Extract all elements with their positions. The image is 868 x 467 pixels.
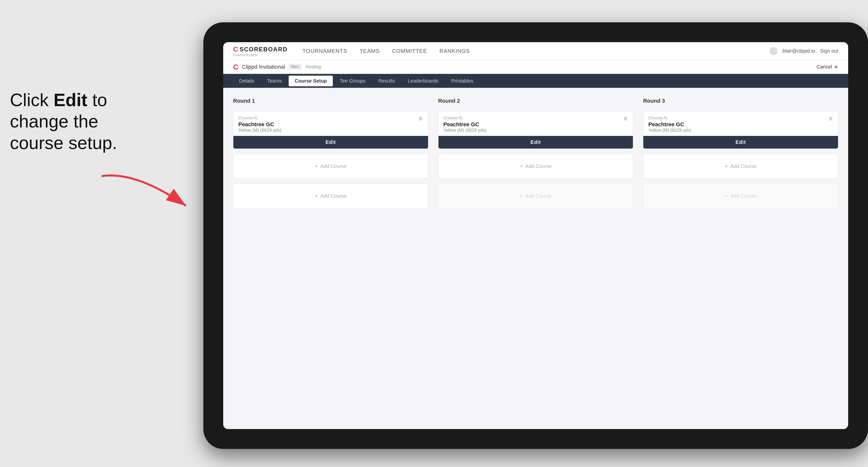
tab-details[interactable]: Details (233, 75, 260, 86)
round-2-title: Round 2 (438, 98, 633, 104)
round-2-course-card: (Course A) Peachtree GC Yellow (M) (6629… (438, 111, 633, 149)
event-logo-icon: C (233, 63, 239, 71)
round-3-course-card: (Course A) Peachtree GC Yellow (M) (6629… (643, 111, 838, 149)
round-1-add-label-2: Add Course (320, 193, 347, 199)
nav-tournaments[interactable]: TOURNAMENTS (303, 48, 347, 54)
cancel-button[interactable]: Cancel ✕ (817, 64, 838, 70)
round-1-course-card: (Course A) Peachtree GC Yellow (M) (6629… (233, 111, 428, 149)
nav-rankings[interactable]: RANKINGS (439, 48, 470, 54)
round-3-course-detail: Yellow (M) (6629 yds) (648, 128, 833, 133)
nav-committee[interactable]: COMMITTEE (392, 48, 427, 54)
round-1-course-header: (Course A) Peachtree GC Yellow (M) (6629… (234, 111, 428, 136)
tab-printables[interactable]: Printables (445, 75, 479, 86)
round-2-add-label-1: Add Course (526, 163, 552, 169)
tab-leaderboards[interactable]: Leaderboards (402, 75, 444, 86)
nav-teams[interactable]: TEAMS (360, 48, 380, 54)
plus-icon-1: + (315, 163, 318, 169)
round-3-column: Round 3 (Course A) Peachtree GC Yellow (… (643, 98, 838, 208)
round-2-column: Round 2 (Course A) Peachtree GC Yellow (… (438, 98, 633, 208)
plus-icon-3: + (520, 163, 523, 169)
round-2-edit-button[interactable]: Edit (438, 136, 633, 149)
user-email: blair@clippd.io (782, 48, 815, 54)
round-3-edit-button[interactable]: Edit (643, 136, 838, 149)
round-3-title: Round 3 (643, 98, 838, 104)
round-2-course-detail: Yellow (M) (6629 yds) (443, 128, 628, 133)
cancel-label: Cancel (817, 64, 832, 70)
round-1-course-name: Peachtree GC (238, 121, 423, 128)
plus-icon-4: + (520, 193, 523, 199)
logo-area: C SCOREBOARD Powered by clippd (233, 45, 288, 57)
round-1-add-course-2[interactable]: + Add Course (233, 184, 428, 208)
top-nav: C SCOREBOARD Powered by clippd TOURNAMEN… (223, 42, 848, 60)
round-1-add-course-1[interactable]: + Add Course (233, 154, 428, 179)
round-2-add-label-2: Add Course (526, 193, 552, 199)
round-1-column: Round 1 (Course A) Peachtree GC Yellow (… (233, 98, 428, 208)
round-3-delete-button[interactable]: 🗑 (827, 115, 835, 122)
round-1-delete-button[interactable]: 🗑 (417, 115, 425, 122)
nav-links: TOURNAMENTS TEAMS COMMITTEE RANKINGS (303, 48, 770, 54)
plus-icon-5: + (725, 163, 728, 169)
tablet-frame: C SCOREBOARD Powered by clippd TOURNAMEN… (204, 22, 868, 449)
plus-icon-2: + (315, 193, 318, 199)
round-3-add-course-2: + Add Course (643, 184, 838, 208)
tab-results[interactable]: Results (372, 75, 401, 86)
round-2-add-course-2: + Add Course (438, 184, 633, 208)
round-1-course-label: (Course A) (238, 116, 423, 120)
logo-text: SCOREBOARD (240, 46, 287, 53)
round-2-course-header: (Course A) Peachtree GC Yellow (M) (6629… (438, 111, 633, 136)
round-3-course-header: (Course A) Peachtree GC Yellow (M) (6629… (643, 111, 838, 136)
round-2-add-course-1[interactable]: + Add Course (438, 154, 633, 179)
tab-tee-groups[interactable]: Tee Groups (334, 75, 371, 86)
event-title: Clippd Invitational (242, 64, 285, 70)
round-2-course-name: Peachtree GC (443, 121, 628, 128)
logo-sub: Powered by clippd (233, 53, 288, 57)
round-1-edit-button[interactable]: Edit (234, 136, 428, 149)
instruction-bold: Edit (54, 90, 87, 110)
logo-c-icon: C (233, 45, 238, 53)
main-content: Round 1 (Course A) Peachtree GC Yellow (… (223, 88, 848, 429)
tab-teams[interactable]: Teams (261, 75, 288, 86)
round-3-add-course-1[interactable]: + Add Course (643, 154, 838, 179)
instruction-prefix: Click (10, 90, 54, 110)
close-icon: ✕ (834, 64, 838, 70)
round-2-delete-button[interactable]: 🗑 (622, 115, 629, 122)
rounds-grid: Round 1 (Course A) Peachtree GC Yellow (… (233, 98, 838, 208)
round-1-title: Round 1 (233, 98, 428, 104)
round-3-course-name: Peachtree GC (648, 121, 833, 128)
round-2-course-label: (Course A) (443, 116, 628, 120)
round-1-add-label-1: Add Course (320, 163, 347, 169)
event-status: Hosting (306, 64, 321, 69)
event-title-area: C Clippd Invitational Men Hosting (233, 63, 321, 71)
round-3-add-label-2: Add Course (731, 193, 757, 199)
round-1-course-detail: Yellow (M) (6629 yds) (238, 128, 423, 133)
plus-icon-6: + (725, 193, 728, 199)
event-header: C Clippd Invitational Men Hosting Cancel… (223, 60, 848, 74)
round-3-add-label-1: Add Course (731, 163, 757, 169)
nav-right: blair@clippd.io Sign out (770, 47, 838, 55)
sign-out-link[interactable]: Sign out (820, 48, 838, 54)
instruction-text: Click Edit to change the course setup. (0, 80, 154, 163)
user-avatar (770, 47, 777, 55)
event-gender-badge: Men (288, 64, 302, 70)
tab-course-setup[interactable]: Course Setup (289, 75, 333, 86)
tablet-screen: C SCOREBOARD Powered by clippd TOURNAMEN… (223, 42, 848, 429)
sub-nav: Details Teams Course Setup Tee Groups Re… (223, 74, 848, 88)
round-3-course-label: (Course A) (648, 116, 833, 120)
